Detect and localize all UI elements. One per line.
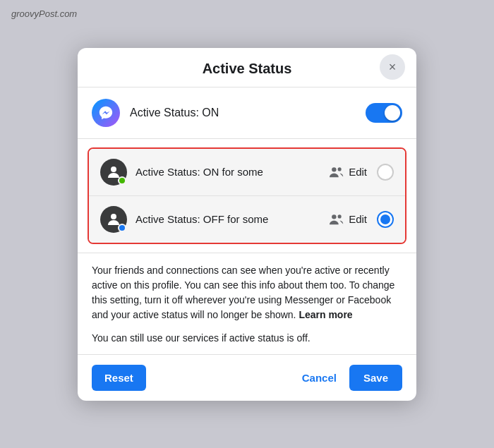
learn-more-link[interactable]: Learn more [299, 309, 352, 320]
description-section: Your friends and connections can see whe… [78, 253, 416, 354]
active-status-dialog: Active Status × Active Status: ON [78, 48, 416, 401]
svg-point-4 [332, 214, 336, 219]
toggle-slider [366, 103, 402, 123]
edit-label-2: Edit [349, 213, 367, 225]
messenger-icon [92, 99, 120, 127]
reset-button[interactable]: Reset [92, 365, 146, 391]
edit-area-1: Edit [329, 165, 367, 179]
edit-label-1: Edit [349, 166, 367, 178]
edit-area-2: Edit [329, 212, 367, 226]
description-text: Your friends and connections can see whe… [92, 263, 402, 322]
radio-btn-1[interactable] [377, 164, 394, 181]
dialog-footer: Reset Cancel Save [78, 354, 416, 401]
svg-point-5 [338, 214, 342, 218]
option-row-off-for-some: Active Status: OFF for some Edit [89, 195, 405, 243]
options-section: Active Status: ON for some Edit [88, 147, 406, 244]
status-dot-blue [118, 224, 126, 232]
option-row-on-for-some: Active Status: ON for some Edit [89, 149, 405, 195]
svg-point-0 [111, 167, 116, 172]
svg-point-3 [111, 214, 116, 219]
radio-btn-2[interactable] [377, 211, 394, 228]
group-icon-1 [329, 165, 344, 179]
person-status-icon-1 [100, 159, 127, 186]
cancel-button[interactable]: Cancel [296, 365, 342, 391]
group-icon-2 [329, 212, 344, 226]
save-button[interactable]: Save [349, 365, 402, 391]
messenger-logo-icon [98, 105, 114, 121]
close-button[interactable]: × [380, 54, 405, 80]
svg-point-2 [338, 167, 342, 171]
main-status-label: Active Status: ON [130, 107, 366, 119]
status-dot-green [118, 176, 126, 185]
main-status-toggle[interactable] [366, 103, 402, 123]
svg-point-1 [332, 167, 336, 171]
footer-right: Cancel Save [296, 365, 402, 391]
dialog-header: Active Status × [78, 48, 416, 87]
extra-info-text: You can still use our services if active… [92, 331, 402, 346]
main-status-row: Active Status: ON [78, 87, 416, 139]
dialog-body: Active Status: ON Active Status: ON for … [78, 87, 416, 354]
option-label-2: Active Status: OFF for some [135, 213, 329, 225]
person-status-icon-2 [100, 206, 127, 233]
watermark: groovyPost.com [11, 8, 77, 19]
option-label-1: Active Status: ON for some [135, 166, 329, 178]
dialog-title: Active Status [203, 61, 292, 77]
